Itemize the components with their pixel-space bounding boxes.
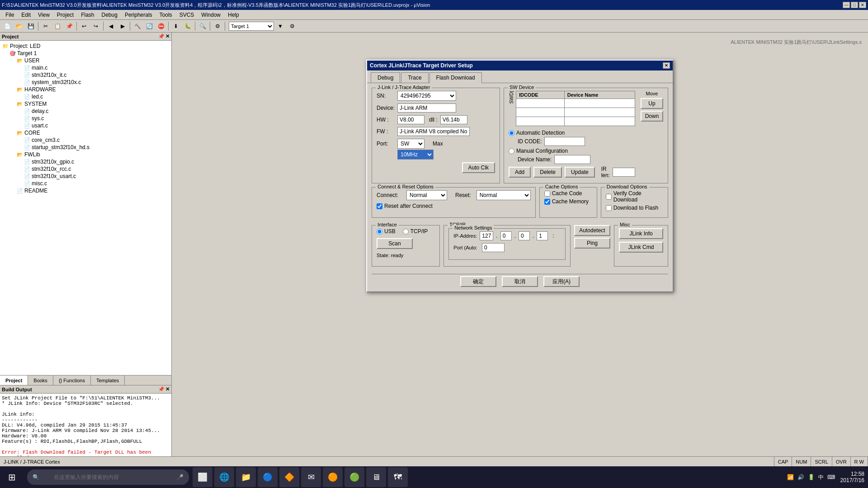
taskbar-search-input[interactable] — [47, 471, 173, 483]
ip-part3[interactable] — [519, 231, 530, 240]
tree-item[interactable]: 📄stm32f10x_rcc.c — [2, 165, 170, 173]
tree-item[interactable]: 📄system_stm32f10x.c — [2, 79, 170, 86]
usb-radio[interactable] — [377, 229, 382, 235]
idcode-input[interactable] — [544, 137, 585, 146]
cache-code-checkbox[interactable] — [544, 191, 550, 197]
update-btn[interactable]: Update — [565, 167, 595, 178]
taskbar-maps[interactable]: 🗺 — [388, 467, 408, 487]
taskbar-edge[interactable]: 🌐 — [214, 467, 234, 487]
max-select[interactable]: 10MHz — [397, 150, 434, 160]
open-btn[interactable]: 📂 — [14, 21, 24, 31]
sn-select[interactable]: 4294967295 — [397, 91, 456, 101]
tree-item[interactable]: 📂FWLib — [2, 151, 170, 158]
debug-btn[interactable]: 🐛 — [182, 21, 193, 31]
jlink-info-btn[interactable]: JLink Info — [619, 228, 663, 239]
ok-btn[interactable]: 确定 — [460, 276, 496, 287]
paste-btn[interactable]: 📌 — [64, 21, 75, 31]
up-btn[interactable]: Up — [641, 98, 663, 109]
menu-debug[interactable]: Debug — [98, 11, 121, 19]
add-btn[interactable]: Add — [509, 167, 531, 178]
redo-btn[interactable]: ↪ — [90, 21, 101, 31]
tree-item[interactable]: 📄README — [2, 187, 170, 194]
tree-item[interactable]: 📂SYSTEM — [2, 100, 170, 108]
manual-config-radio[interactable] — [509, 148, 514, 154]
taskbar-app2[interactable]: 🟢 — [344, 467, 364, 487]
menu-edit[interactable]: Edit — [18, 11, 34, 19]
cache-memory-checkbox[interactable] — [544, 199, 550, 205]
tree-item[interactable]: 📄misc.c — [2, 180, 170, 187]
device-name-input[interactable] — [554, 155, 590, 164]
reset-select[interactable]: Normal — [476, 190, 531, 200]
reset-after-connect-checkbox[interactable] — [377, 203, 382, 209]
ir-len-input[interactable] — [613, 168, 635, 177]
auto-detect-radio[interactable] — [509, 130, 514, 136]
apply-btn[interactable]: 应用(A) — [543, 276, 580, 287]
menu-peripherals[interactable]: Peripherals — [121, 11, 156, 19]
menu-svcs[interactable]: SVCS — [176, 11, 198, 19]
search-area[interactable]: 🔍 🎤 — [27, 469, 189, 485]
menu-view[interactable]: View — [34, 11, 53, 19]
build-btn[interactable]: 🔨 — [132, 21, 143, 31]
undo-btn[interactable]: ↩ — [79, 21, 90, 31]
menu-file[interactable]: File — [2, 11, 18, 19]
menu-project[interactable]: Project — [53, 11, 77, 19]
cancel-btn[interactable]: 取消 — [502, 276, 538, 287]
options-btn[interactable]: ▼ — [275, 21, 286, 31]
tree-item[interactable]: 📂USER — [2, 57, 170, 64]
tree-item[interactable]: 📄stm32f10x_gpio.c — [2, 158, 170, 165]
tree-item[interactable]: 📄delay.c — [2, 108, 170, 115]
build-pin-icon[interactable]: 📌 — [158, 386, 165, 392]
connect-select[interactable]: Normal — [406, 190, 447, 200]
menu-flash[interactable]: Flash — [77, 11, 98, 19]
cut-btn[interactable]: ✂ — [40, 21, 51, 31]
stop-btn[interactable]: ⛔ — [156, 21, 166, 31]
tree-item[interactable]: 📂CORE — [2, 129, 170, 136]
scan-btn[interactable]: Scan — [377, 238, 413, 249]
tree-item[interactable]: 📄led.c — [2, 93, 170, 100]
tree-item[interactable]: 📄main.c — [2, 64, 170, 71]
taskbar-store[interactable]: 🔵 — [258, 467, 278, 487]
port-auto-input[interactable] — [482, 243, 505, 252]
fwd-btn[interactable]: ▶ — [117, 21, 128, 31]
new-file-btn[interactable]: 📄 — [2, 21, 13, 31]
jlink-cmd-btn[interactable]: JLink Cmd — [619, 242, 663, 253]
tab-trace[interactable]: Trace — [401, 72, 428, 83]
ping-btn[interactable]: Ping — [574, 238, 610, 249]
ip-part4[interactable] — [537, 231, 548, 240]
copy-btn[interactable]: 📋 — [52, 21, 63, 31]
tab-books[interactable]: Books — [28, 375, 53, 385]
tab-templates[interactable]: Templates — [91, 375, 125, 385]
tree-item[interactable]: 📄startup_stm32f10x_hd.s — [2, 144, 170, 151]
taskbar-mail[interactable]: ✉ — [301, 467, 321, 487]
tcpip-radio[interactable] — [403, 229, 409, 235]
dialog-close-btn[interactable]: ✕ — [663, 62, 670, 69]
build-close-icon[interactable]: ✕ — [165, 386, 170, 392]
ip-part2[interactable] — [500, 231, 512, 240]
target-select[interactable]: Target 1 — [229, 22, 274, 31]
tree-item[interactable]: 🎯Target 1 — [2, 50, 170, 57]
menu-tools[interactable]: Tools — [156, 11, 176, 19]
tree-item[interactable]: 📂HARDWARE — [2, 86, 170, 93]
port-select[interactable]: SW — [397, 139, 425, 149]
start-button[interactable]: ⊞ — [0, 466, 24, 488]
menu-window[interactable]: Window — [198, 11, 224, 19]
save-btn[interactable]: 💾 — [25, 21, 36, 31]
panel-close-icon[interactable]: ✕ — [165, 33, 170, 39]
taskbar-app3[interactable]: 🖥 — [366, 467, 386, 487]
tree-item[interactable]: 📁Project: LED — [2, 42, 170, 50]
menu-help[interactable]: Help — [224, 11, 243, 19]
taskbar-firefox[interactable]: 🔶 — [279, 467, 299, 487]
ip-part1[interactable] — [480, 231, 493, 240]
delete-btn[interactable]: Delete — [533, 167, 562, 178]
minimize-button[interactable]: — — [843, 2, 850, 8]
taskbar-app1[interactable]: 🟠 — [323, 467, 343, 487]
find-btn[interactable]: 🔍 — [197, 21, 208, 31]
settings-btn[interactable]: ⚙ — [287, 21, 297, 31]
tree-item[interactable]: 📄stm32f10x_usart.c — [2, 173, 170, 180]
autodetect-btn[interactable]: Autodetect — [574, 225, 610, 236]
tree-item[interactable]: 📄core_cm3.c — [2, 136, 170, 144]
down-btn[interactable]: Down — [641, 111, 663, 122]
tab-functions[interactable]: {} Functions — [53, 375, 91, 385]
tree-item[interactable]: 📄stm32f10x_it.c — [2, 71, 170, 79]
close-button[interactable]: ✕ — [859, 2, 866, 8]
